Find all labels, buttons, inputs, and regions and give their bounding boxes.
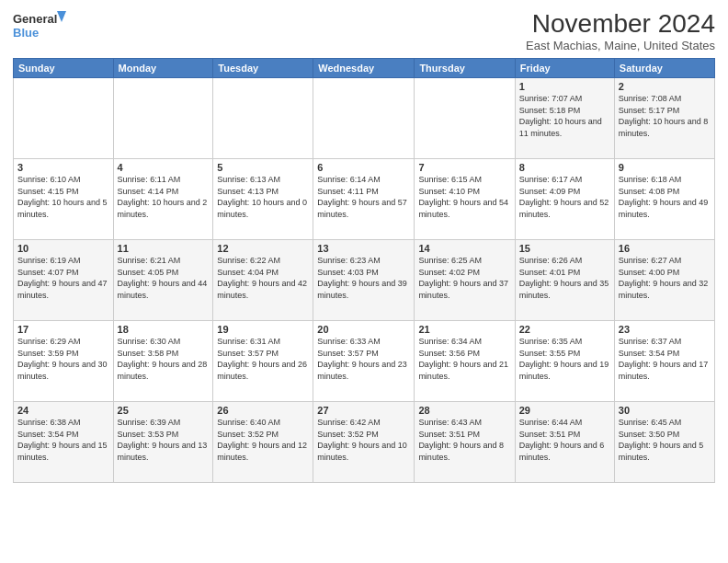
day-number: 3 [17, 162, 109, 173]
day-number: 19 [217, 324, 309, 335]
page-header: General Blue November 2024 East Machias,… [13, 9, 715, 52]
day-number: 29 [519, 405, 610, 416]
day-info: Sunrise: 6:31 AMSunset: 3:57 PMDaylight:… [217, 336, 309, 382]
header-saturday: Saturday [614, 59, 714, 78]
table-row: 14Sunrise: 6:25 AMSunset: 4:02 PMDayligh… [415, 240, 515, 321]
day-info: Sunrise: 6:19 AMSunset: 4:07 PMDaylight:… [17, 255, 109, 301]
table-row [313, 78, 415, 159]
table-row: 10Sunrise: 6:19 AMSunset: 4:07 PMDayligh… [14, 240, 114, 321]
table-row: 29Sunrise: 6:44 AMSunset: 3:51 PMDayligh… [515, 402, 614, 483]
day-number: 13 [317, 243, 410, 254]
day-number: 9 [619, 162, 711, 173]
title-block: November 2024 East Machias, Maine, Unite… [526, 9, 715, 52]
header-thursday: Thursday [415, 59, 515, 78]
day-info: Sunrise: 6:10 AMSunset: 4:15 PMDaylight:… [17, 174, 109, 220]
day-info: Sunrise: 6:39 AMSunset: 3:53 PMDaylight:… [118, 417, 210, 463]
day-info: Sunrise: 6:21 AMSunset: 4:05 PMDaylight:… [118, 255, 210, 301]
day-number: 7 [418, 162, 510, 173]
table-row: 12Sunrise: 6:22 AMSunset: 4:04 PMDayligh… [213, 240, 313, 321]
table-row: 26Sunrise: 6:40 AMSunset: 3:52 PMDayligh… [213, 402, 313, 483]
day-info: Sunrise: 6:30 AMSunset: 3:58 PMDaylight:… [118, 336, 210, 382]
day-number: 16 [619, 243, 711, 254]
day-info: Sunrise: 7:07 AMSunset: 5:18 PMDaylight:… [519, 93, 610, 139]
day-number: 14 [418, 243, 510, 254]
table-row: 23Sunrise: 6:37 AMSunset: 3:54 PMDayligh… [614, 321, 714, 402]
table-row: 17Sunrise: 6:29 AMSunset: 3:59 PMDayligh… [14, 321, 114, 402]
table-row: 1Sunrise: 7:07 AMSunset: 5:18 PMDaylight… [515, 78, 614, 159]
day-info: Sunrise: 7:08 AMSunset: 5:17 PMDaylight:… [619, 93, 711, 139]
day-info: Sunrise: 6:18 AMSunset: 4:08 PMDaylight:… [619, 174, 711, 220]
day-info: Sunrise: 6:14 AMSunset: 4:11 PMDaylight:… [317, 174, 410, 220]
day-info: Sunrise: 6:29 AMSunset: 3:59 PMDaylight:… [17, 336, 109, 382]
day-number: 2 [619, 81, 711, 92]
day-number: 20 [317, 324, 410, 335]
day-info: Sunrise: 6:34 AMSunset: 3:56 PMDaylight:… [418, 336, 510, 382]
table-row [213, 78, 313, 159]
day-info: Sunrise: 6:43 AMSunset: 3:51 PMDaylight:… [418, 417, 510, 463]
table-row: 6Sunrise: 6:14 AMSunset: 4:11 PMDaylight… [313, 159, 415, 240]
table-row: 7Sunrise: 6:15 AMSunset: 4:10 PMDaylight… [415, 159, 515, 240]
day-number: 18 [118, 324, 210, 335]
day-info: Sunrise: 6:15 AMSunset: 4:10 PMDaylight:… [418, 174, 510, 220]
day-info: Sunrise: 6:35 AMSunset: 3:55 PMDaylight:… [519, 336, 610, 382]
month-title: November 2024 [526, 9, 715, 39]
day-info: Sunrise: 6:37 AMSunset: 3:54 PMDaylight:… [619, 336, 711, 382]
day-number: 12 [217, 243, 309, 254]
header-sunday: Sunday [14, 59, 114, 78]
header-wednesday: Wednesday [313, 59, 415, 78]
table-row: 8Sunrise: 6:17 AMSunset: 4:09 PMDaylight… [515, 159, 614, 240]
day-number: 21 [418, 324, 510, 335]
day-info: Sunrise: 6:44 AMSunset: 3:51 PMDaylight:… [519, 417, 610, 463]
location: East Machias, Maine, United States [526, 39, 715, 52]
day-info: Sunrise: 6:40 AMSunset: 3:52 PMDaylight:… [217, 417, 309, 463]
table-row: 13Sunrise: 6:23 AMSunset: 4:03 PMDayligh… [313, 240, 415, 321]
day-number: 6 [317, 162, 410, 173]
svg-text:Blue: Blue [13, 26, 39, 40]
table-row: 4Sunrise: 6:11 AMSunset: 4:14 PMDaylight… [113, 159, 213, 240]
day-number: 23 [619, 324, 711, 335]
table-row [415, 78, 515, 159]
table-row: 18Sunrise: 6:30 AMSunset: 3:58 PMDayligh… [113, 321, 213, 402]
day-number: 24 [17, 405, 109, 416]
day-number: 25 [118, 405, 210, 416]
header-friday: Friday [515, 59, 614, 78]
table-row: 30Sunrise: 6:45 AMSunset: 3:50 PMDayligh… [614, 402, 714, 483]
day-number: 27 [317, 405, 410, 416]
day-number: 26 [217, 405, 309, 416]
day-info: Sunrise: 6:27 AMSunset: 4:00 PMDaylight:… [619, 255, 711, 301]
table-row: 9Sunrise: 6:18 AMSunset: 4:08 PMDaylight… [614, 159, 714, 240]
table-row: 2Sunrise: 7:08 AMSunset: 5:17 PMDaylight… [614, 78, 714, 159]
day-info: Sunrise: 6:11 AMSunset: 4:14 PMDaylight:… [118, 174, 210, 220]
table-row: 28Sunrise: 6:43 AMSunset: 3:51 PMDayligh… [415, 402, 515, 483]
table-row: 16Sunrise: 6:27 AMSunset: 4:00 PMDayligh… [614, 240, 714, 321]
logo-svg: General Blue [13, 9, 68, 42]
day-info: Sunrise: 6:13 AMSunset: 4:13 PMDaylight:… [217, 174, 309, 220]
table-row: 22Sunrise: 6:35 AMSunset: 3:55 PMDayligh… [515, 321, 614, 402]
table-row: 20Sunrise: 6:33 AMSunset: 3:57 PMDayligh… [313, 321, 415, 402]
day-info: Sunrise: 6:23 AMSunset: 4:03 PMDaylight:… [317, 255, 410, 301]
day-number: 30 [619, 405, 711, 416]
day-info: Sunrise: 6:25 AMSunset: 4:02 PMDaylight:… [418, 255, 510, 301]
day-info: Sunrise: 6:45 AMSunset: 3:50 PMDaylight:… [619, 417, 711, 463]
day-info: Sunrise: 6:38 AMSunset: 3:54 PMDaylight:… [17, 417, 109, 463]
day-number: 22 [519, 324, 610, 335]
table-row: 11Sunrise: 6:21 AMSunset: 4:05 PMDayligh… [113, 240, 213, 321]
day-number: 17 [17, 324, 109, 335]
table-row: 27Sunrise: 6:42 AMSunset: 3:52 PMDayligh… [313, 402, 415, 483]
logo: General Blue [13, 9, 68, 42]
calendar: Sunday Monday Tuesday Wednesday Thursday… [13, 58, 715, 483]
day-number: 1 [519, 81, 610, 92]
table-row: 21Sunrise: 6:34 AMSunset: 3:56 PMDayligh… [415, 321, 515, 402]
table-row: 15Sunrise: 6:26 AMSunset: 4:01 PMDayligh… [515, 240, 614, 321]
day-number: 8 [519, 162, 610, 173]
calendar-header-row: Sunday Monday Tuesday Wednesday Thursday… [14, 59, 715, 78]
day-number: 5 [217, 162, 309, 173]
table-row [113, 78, 213, 159]
day-number: 15 [519, 243, 610, 254]
table-row: 5Sunrise: 6:13 AMSunset: 4:13 PMDaylight… [213, 159, 313, 240]
table-row: 19Sunrise: 6:31 AMSunset: 3:57 PMDayligh… [213, 321, 313, 402]
table-row: 24Sunrise: 6:38 AMSunset: 3:54 PMDayligh… [14, 402, 114, 483]
svg-text:General: General [13, 12, 57, 26]
header-monday: Monday [113, 59, 213, 78]
day-number: 11 [118, 243, 210, 254]
